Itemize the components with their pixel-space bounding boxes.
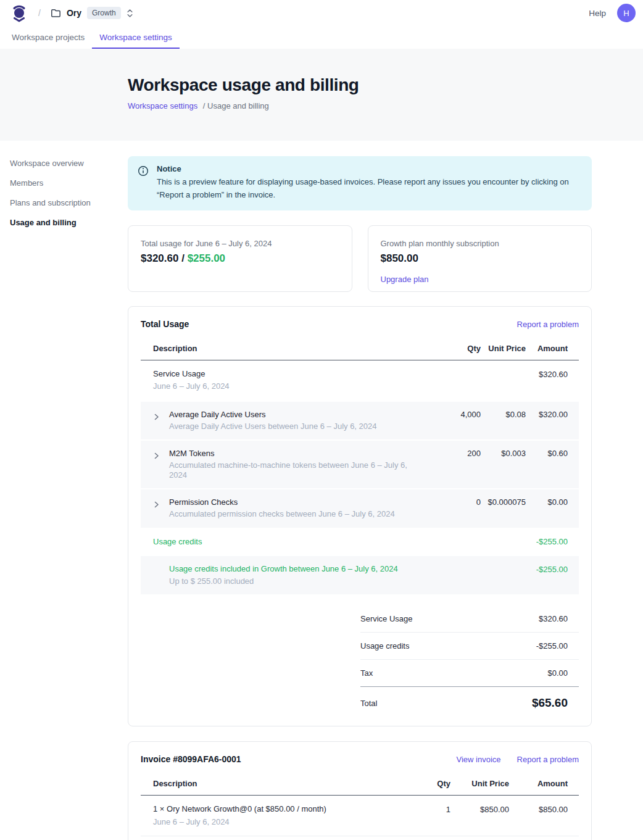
permission-unit-price: $0.000075 [481, 497, 526, 507]
invoice-title: Invoice #8099AFA6-0001 [141, 754, 241, 764]
settings-sidebar: Workspace overview Members Plans and sub… [0, 141, 128, 840]
invoice-panel: Invoice #8099AFA6-0001 View invoice Repo… [128, 741, 592, 840]
total-usage-panel: Total Usage Report a problem Description… [128, 306, 592, 726]
col-description: Description [153, 779, 407, 788]
usage-amount: $320.60 [141, 252, 178, 264]
ory-logo-icon[interactable] [11, 4, 27, 22]
breadcrumb-settings-link[interactable]: Workspace settings [128, 101, 197, 110]
permission-desc: Permission Checks Accumulated permission… [169, 497, 425, 519]
breadcrumb-current: / Usage and billing [203, 101, 269, 110]
sidebar-item-members[interactable]: Members [10, 177, 128, 189]
invoice-panel-header: Invoice #8099AFA6-0001 View invoice Repo… [141, 754, 579, 764]
summary-label: Usage credits [360, 641, 409, 651]
content-layout: Workspace overview Members Plans and sub… [0, 141, 643, 840]
invoice-item-qty: 1 [407, 804, 450, 815]
plan-amount: $850.00 [381, 252, 579, 265]
service-usage-unit-price [481, 369, 526, 370]
total-label: Total [360, 699, 377, 708]
adau-subtitle: Average Daily Active Users between June … [169, 422, 425, 431]
usage-total-row: Total $65.60 [360, 687, 579, 712]
report-problem-link[interactable]: Report a problem [517, 755, 579, 764]
summary-row-tax: Tax $0.00 [360, 660, 579, 687]
upgrade-plan-link[interactable]: Upgrade plan [381, 275, 429, 284]
notice-content: Notice This is a preview feature for dis… [157, 164, 581, 201]
service-usage-title: Service Usage [153, 369, 425, 379]
service-usage-period: June 6 – July 6, 2024 [153, 381, 425, 391]
expand-chevron-icon[interactable] [153, 497, 169, 508]
summary-value: $320.60 [539, 614, 568, 623]
total-usage-card: Total usage for June 6 – July 6, 2024 $3… [128, 225, 352, 292]
permission-title: Permission Checks [169, 497, 425, 507]
report-problem-link[interactable]: Report a problem [517, 320, 579, 329]
usage-credits-qty [425, 541, 481, 542]
col-amount: Amount [509, 779, 568, 788]
workspace-switcher-icon[interactable] [127, 9, 133, 18]
sidebar-item-usage-billing[interactable]: Usage and billing [10, 217, 128, 228]
expand-chevron-icon[interactable] [153, 409, 169, 420]
tab-workspace-projects[interactable]: Workspace projects [4, 26, 92, 49]
col-qty: Qty [407, 779, 450, 788]
breadcrumb: Workspace settings / Usage and billing [128, 101, 643, 110]
m2m-desc: M2M Tokens Accumulated machine-to-machin… [169, 448, 425, 481]
col-description: Description [153, 344, 425, 353]
invoice-item-amount: $850.00 [509, 804, 568, 815]
plan-badge: Growth [87, 7, 121, 19]
notice-banner: Notice This is a preview feature for dis… [128, 156, 592, 210]
usage-summary: Service Usage $320.60 Usage credits -$25… [360, 605, 579, 712]
invoice-table-header: Description Qty Unit Price Amount [141, 771, 579, 796]
sidebar-item-plans-subscription[interactable]: Plans and subscription [10, 197, 128, 209]
summary-value: -$255.00 [536, 641, 568, 651]
total-value: $65.60 [532, 696, 568, 710]
sidebar-item-workspace-overview[interactable]: Workspace overview [10, 157, 128, 169]
breadcrumb-separator: / [38, 8, 41, 18]
m2m-subtitle: Accumulated machine-to-machine tokens be… [169, 460, 425, 481]
table-row-permission-checks: Permission Checks Accumulated permission… [141, 489, 579, 527]
plan-label: Growth plan monthly subscription [381, 239, 579, 248]
total-usage-label: Total usage for June 6 – July 6, 2024 [141, 239, 339, 248]
total-usage-value: $320.60 / $255.00 [141, 252, 339, 265]
summary-label: Service Usage [360, 614, 413, 623]
summary-row-usage-credits: Usage credits -$255.00 [360, 633, 579, 660]
notice-body: This is a preview feature for displaying… [157, 175, 581, 201]
adau-amount: $320.00 [526, 409, 568, 420]
col-qty: Qty [425, 344, 481, 353]
plan-subscription-card: Growth plan monthly subscription $850.00… [368, 225, 592, 292]
credits-detail-amount: -$255.00 [526, 564, 568, 575]
stat-cards: Total usage for June 6 – July 6, 2024 $3… [128, 225, 592, 292]
adau-title: Average Daily Active Users [169, 410, 425, 419]
usage-credit-amount: $255.00 [188, 252, 225, 264]
top-bar: / Ory Growth Help H [0, 0, 643, 26]
invoice-line-item-row: 1 × Ory Network Growth@0 (at $850.00 / m… [141, 796, 579, 836]
table-row-usage-credits: Usage credits -$255.00 [141, 528, 579, 555]
m2m-amount: $0.60 [526, 448, 568, 459]
summary-row-service-usage: Service Usage $320.60 [360, 605, 579, 633]
tab-workspace-settings[interactable]: Workspace settings [92, 26, 180, 49]
col-unit-price: Unit Price [450, 779, 509, 788]
usage-separator: / [178, 252, 187, 264]
workspace-tabbar: Workspace projects Workspace settings [0, 26, 643, 49]
usage-panel-title: Total Usage [141, 319, 189, 329]
notice-title: Notice [157, 164, 581, 173]
service-usage-qty [425, 369, 481, 370]
view-invoice-link[interactable]: View invoice [457, 755, 501, 764]
help-link[interactable]: Help [589, 9, 606, 18]
folder-icon [51, 9, 61, 18]
usage-credits-title: Usage credits [153, 537, 425, 546]
adau-qty: 4,000 [425, 409, 481, 420]
workspace-name[interactable]: Ory [67, 8, 81, 18]
m2m-unit-price: $0.003 [481, 448, 526, 459]
invoice-item-period: June 6 – July 6, 2024 [153, 817, 407, 827]
usage-credits-unit-price [481, 541, 526, 542]
summary-value: $0.00 [547, 668, 568, 678]
adau-unit-price: $0.08 [481, 409, 526, 420]
info-icon [138, 165, 149, 201]
credits-detail-subtitle: Up to $ 255.00 included [169, 576, 425, 586]
summary-label: Tax [360, 668, 373, 678]
user-avatar[interactable]: H [617, 4, 636, 22]
usage-panel-header: Total Usage Report a problem [141, 319, 579, 329]
main-content: Notice This is a preview feature for dis… [128, 141, 592, 840]
permission-subtitle: Accumulated permission checks between Ju… [169, 509, 425, 519]
m2m-title: M2M Tokens [169, 449, 425, 458]
expand-chevron-icon[interactable] [153, 448, 169, 459]
credits-detail-title: Usage credits included in Growth between… [169, 564, 425, 574]
